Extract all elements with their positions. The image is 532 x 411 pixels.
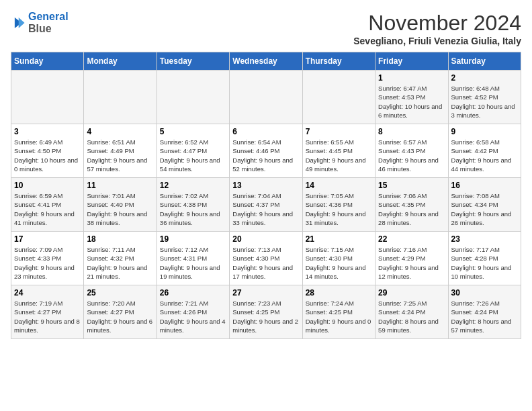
day-number: 9	[451, 127, 518, 136]
day-info: Sunrise: 6:57 AM Sunset: 4:43 PM Dayligh…	[378, 138, 445, 173]
calendar-cell: 9Sunrise: 6:58 AM Sunset: 4:42 PM Daylig…	[448, 124, 521, 178]
day-info: Sunrise: 6:55 AM Sunset: 4:45 PM Dayligh…	[306, 138, 372, 173]
day-number: 27	[232, 288, 299, 298]
day-number: 15	[378, 181, 445, 190]
calendar-cell: 16Sunrise: 7:08 AM Sunset: 4:34 PM Dayli…	[448, 178, 521, 232]
day-number: 13	[232, 181, 299, 190]
calendar-week-row: 1Sunrise: 6:47 AM Sunset: 4:53 PM Daylig…	[11, 71, 521, 124]
calendar-cell: 7Sunrise: 6:55 AM Sunset: 4:45 PM Daylig…	[302, 124, 375, 178]
day-info: Sunrise: 6:49 AM Sunset: 4:50 PM Dayligh…	[14, 138, 81, 173]
day-info: Sunrise: 7:04 AM Sunset: 4:37 PM Dayligh…	[232, 191, 299, 227]
day-info: Sunrise: 7:08 AM Sunset: 4:34 PM Dayligh…	[451, 191, 518, 227]
calendar-table: SundayMondayTuesdayWednesdayThursdayFrid…	[11, 52, 521, 339]
day-number: 5	[160, 127, 226, 136]
calendar-body: 1Sunrise: 6:47 AM Sunset: 4:53 PM Daylig…	[11, 71, 521, 339]
calendar-cell: 19Sunrise: 7:12 AM Sunset: 4:31 PM Dayli…	[157, 232, 229, 285]
day-number: 2	[451, 73, 518, 83]
calendar-cell	[11, 71, 84, 124]
day-number: 14	[306, 181, 372, 190]
day-info: Sunrise: 6:58 AM Sunset: 4:42 PM Dayligh…	[451, 138, 518, 173]
calendar-cell: 2Sunrise: 6:48 AM Sunset: 4:52 PM Daylig…	[448, 71, 521, 124]
day-number: 25	[87, 288, 153, 298]
svg-marker-1	[19, 17, 25, 28]
logo: General Blue	[11, 11, 69, 35]
calendar-cell	[302, 71, 375, 124]
day-number: 6	[232, 127, 299, 136]
day-info: Sunrise: 7:16 AM Sunset: 4:29 PM Dayligh…	[378, 245, 445, 281]
day-info: Sunrise: 7:24 AM Sunset: 4:25 PM Dayligh…	[306, 299, 372, 334]
month-title: November 2024	[353, 11, 521, 36]
title-area: November 2024 Sevegliano, Friuli Venezia…	[353, 11, 521, 46]
day-number: 4	[87, 127, 153, 136]
calendar-cell: 30Sunrise: 7:26 AM Sunset: 4:24 PM Dayli…	[448, 285, 521, 339]
calendar-cell: 5Sunrise: 6:52 AM Sunset: 4:47 PM Daylig…	[157, 124, 229, 178]
day-info: Sunrise: 7:20 AM Sunset: 4:27 PM Dayligh…	[87, 299, 153, 334]
calendar-week-row: 24Sunrise: 7:19 AM Sunset: 4:27 PM Dayli…	[11, 285, 521, 339]
day-info: Sunrise: 7:26 AM Sunset: 4:24 PM Dayligh…	[451, 299, 518, 334]
day-info: Sunrise: 6:51 AM Sunset: 4:49 PM Dayligh…	[87, 138, 153, 173]
calendar-cell: 17Sunrise: 7:09 AM Sunset: 4:33 PM Dayli…	[11, 232, 84, 285]
day-of-week-header: Wednesday	[230, 52, 302, 71]
day-number: 19	[160, 234, 226, 244]
day-info: Sunrise: 6:48 AM Sunset: 4:52 PM Dayligh…	[451, 84, 518, 120]
day-of-week-header: Friday	[375, 52, 448, 71]
day-number: 30	[451, 288, 518, 298]
calendar-cell: 22Sunrise: 7:16 AM Sunset: 4:29 PM Dayli…	[375, 232, 448, 285]
day-info: Sunrise: 7:02 AM Sunset: 4:38 PM Dayligh…	[160, 191, 226, 227]
day-info: Sunrise: 7:12 AM Sunset: 4:31 PM Dayligh…	[160, 245, 226, 281]
day-number: 21	[306, 234, 372, 244]
day-info: Sunrise: 6:47 AM Sunset: 4:53 PM Dayligh…	[378, 84, 445, 120]
day-number: 24	[14, 288, 81, 298]
day-number: 22	[378, 234, 445, 244]
day-info: Sunrise: 7:15 AM Sunset: 4:30 PM Dayligh…	[306, 245, 372, 281]
calendar-cell: 18Sunrise: 7:11 AM Sunset: 4:32 PM Dayli…	[84, 232, 157, 285]
day-number: 17	[14, 234, 81, 244]
calendar-cell: 11Sunrise: 7:01 AM Sunset: 4:40 PM Dayli…	[84, 178, 157, 232]
calendar-week-row: 17Sunrise: 7:09 AM Sunset: 4:33 PM Dayli…	[11, 232, 521, 285]
calendar-cell: 21Sunrise: 7:15 AM Sunset: 4:30 PM Dayli…	[302, 232, 375, 285]
calendar-week-row: 10Sunrise: 6:59 AM Sunset: 4:41 PM Dayli…	[11, 178, 521, 232]
day-number: 29	[378, 288, 445, 298]
calendar-cell: 6Sunrise: 6:54 AM Sunset: 4:46 PM Daylig…	[230, 124, 302, 178]
day-info: Sunrise: 7:13 AM Sunset: 4:30 PM Dayligh…	[232, 245, 299, 281]
calendar-cell: 4Sunrise: 6:51 AM Sunset: 4:49 PM Daylig…	[84, 124, 157, 178]
day-number: 26	[160, 288, 226, 298]
calendar-cell	[230, 71, 302, 124]
day-info: Sunrise: 6:54 AM Sunset: 4:46 PM Dayligh…	[232, 138, 299, 173]
day-info: Sunrise: 7:11 AM Sunset: 4:32 PM Dayligh…	[87, 245, 153, 281]
page-header: General Blue November 2024 Sevegliano, F…	[11, 11, 521, 46]
day-number: 18	[87, 234, 153, 244]
calendar-cell: 3Sunrise: 6:49 AM Sunset: 4:50 PM Daylig…	[11, 124, 84, 178]
calendar-cell: 15Sunrise: 7:06 AM Sunset: 4:35 PM Dayli…	[375, 178, 448, 232]
day-of-week-header: Saturday	[448, 52, 521, 71]
day-number: 11	[87, 181, 153, 190]
day-info: Sunrise: 7:21 AM Sunset: 4:26 PM Dayligh…	[160, 299, 226, 334]
day-info: Sunrise: 7:17 AM Sunset: 4:28 PM Dayligh…	[451, 245, 518, 281]
calendar-cell: 12Sunrise: 7:02 AM Sunset: 4:38 PM Dayli…	[157, 178, 229, 232]
calendar-cell: 20Sunrise: 7:13 AM Sunset: 4:30 PM Dayli…	[230, 232, 302, 285]
day-info: Sunrise: 7:05 AM Sunset: 4:36 PM Dayligh…	[306, 191, 372, 227]
logo-text: General Blue	[28, 11, 69, 35]
day-number: 3	[14, 127, 81, 136]
day-info: Sunrise: 7:19 AM Sunset: 4:27 PM Dayligh…	[14, 299, 81, 334]
logo-icon	[11, 15, 26, 30]
calendar-cell: 28Sunrise: 7:24 AM Sunset: 4:25 PM Dayli…	[302, 285, 375, 339]
calendar-cell: 8Sunrise: 6:57 AM Sunset: 4:43 PM Daylig…	[375, 124, 448, 178]
location-title: Sevegliano, Friuli Venezia Giulia, Italy	[353, 36, 521, 46]
day-info: Sunrise: 7:01 AM Sunset: 4:40 PM Dayligh…	[87, 191, 153, 227]
day-info: Sunrise: 7:06 AM Sunset: 4:35 PM Dayligh…	[378, 191, 445, 227]
calendar-cell: 24Sunrise: 7:19 AM Sunset: 4:27 PM Dayli…	[11, 285, 84, 339]
day-info: Sunrise: 7:09 AM Sunset: 4:33 PM Dayligh…	[14, 245, 81, 281]
calendar-header-row: SundayMondayTuesdayWednesdayThursdayFrid…	[11, 52, 521, 71]
day-number: 16	[451, 181, 518, 190]
day-number: 7	[306, 127, 372, 136]
calendar-cell: 13Sunrise: 7:04 AM Sunset: 4:37 PM Dayli…	[230, 178, 302, 232]
day-number: 28	[306, 288, 372, 298]
calendar-cell: 25Sunrise: 7:20 AM Sunset: 4:27 PM Dayli…	[84, 285, 157, 339]
calendar-cell	[84, 71, 157, 124]
calendar-cell: 27Sunrise: 7:23 AM Sunset: 4:25 PM Dayli…	[230, 285, 302, 339]
calendar-cell	[157, 71, 229, 124]
calendar-cell: 23Sunrise: 7:17 AM Sunset: 4:28 PM Dayli…	[448, 232, 521, 285]
day-number: 23	[451, 234, 518, 244]
day-number: 10	[14, 181, 81, 190]
